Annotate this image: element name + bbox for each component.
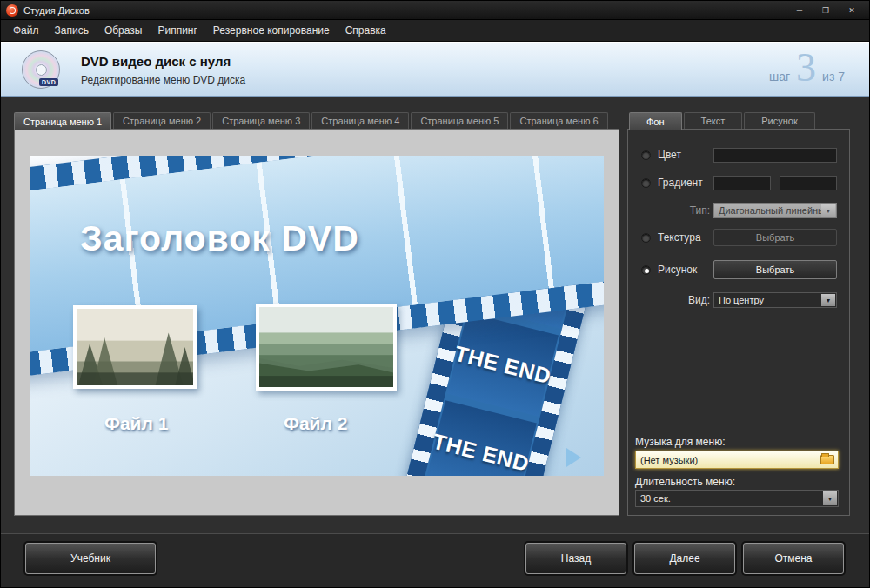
menu-thumbnail-file-1[interactable] [73, 305, 197, 389]
dvd-disc-icon-label: DVD [39, 78, 58, 86]
tab-menu-page-3[interactable]: Страница меню 3 [212, 112, 310, 129]
film-text: THE END [430, 428, 532, 476]
step-prefix: шаг [769, 70, 790, 84]
minimize-icon[interactable]: ─ [787, 3, 812, 17]
texture-choose-button[interactable]: Выбрать [713, 229, 837, 246]
page-title: DVD видео диск с нуля [81, 54, 231, 69]
back-button[interactable]: Назад [525, 543, 626, 574]
page-subtitle: Редактирование меню DVD диска [81, 74, 245, 86]
tab-text[interactable]: Текст [684, 112, 743, 129]
titlebar: Студия Дисков ─ ❐ ✕ [1, 1, 869, 20]
footer-bar: Учебник Назад Далее Отмена [1, 533, 869, 587]
menu-ripping[interactable]: Риппинг [150, 21, 204, 40]
radio-picture-label: Рисунок [658, 264, 697, 276]
radio-gradient[interactable] [641, 178, 651, 188]
dvd-disc-icon: DVD [22, 50, 60, 89]
picture-choose-button[interactable]: Выбрать [713, 260, 837, 279]
menu-music-field [635, 451, 839, 469]
tab-picture[interactable]: Рисунок [744, 112, 815, 129]
tab-menu-page-2[interactable]: Страница меню 2 [113, 112, 211, 129]
background-settings-panel: Цвет Градиент Тип: Диагональный линейный… [627, 129, 850, 516]
dvd-menu-title[interactable]: Заголовок DVD [80, 218, 359, 259]
chevron-down-icon: ▼ [821, 294, 835, 306]
radio-texture[interactable] [641, 233, 651, 243]
cancel-button[interactable]: Отмена [743, 543, 844, 574]
maximize-icon[interactable]: ❐ [813, 3, 838, 17]
film-text: THE END [452, 340, 554, 389]
gradient-color-2-field[interactable] [780, 176, 837, 190]
gradient-color-1-field[interactable] [713, 176, 771, 190]
gradient-type-value: Диагональный линейный [719, 205, 830, 216]
menu-page-tabs: Страница меню 1 Страница меню 2 Страница… [14, 112, 608, 130]
menu-images[interactable]: Образы [97, 21, 151, 40]
style-tabs: Фон Текст Рисунок [629, 112, 815, 130]
radio-color[interactable] [641, 150, 651, 160]
menu-music-input[interactable] [636, 455, 820, 465]
folder-icon[interactable] [820, 455, 834, 464]
radio-picture[interactable] [641, 265, 651, 275]
dvd-menu-preview[interactable]: THE END THE END THE END Заголовок DVD [30, 156, 604, 476]
close-icon[interactable]: ✕ [840, 3, 864, 17]
menu-file[interactable]: Файл [5, 21, 47, 40]
menubar: Файл Запись Образы Риппинг Резервное коп… [1, 20, 869, 42]
menu-button-file-2[interactable]: Файл 2 [284, 413, 347, 434]
chevron-down-icon: ▼ [823, 491, 837, 505]
menu-thumbnail-file-2[interactable] [256, 304, 397, 391]
tab-menu-page-6[interactable]: Страница меню 6 [510, 112, 607, 129]
tab-background[interactable]: Фон [629, 112, 682, 130]
tutorial-button[interactable]: Учебник [25, 543, 156, 574]
menu-music-label: Музыка для меню: [635, 436, 726, 448]
radio-gradient-label: Градиент [658, 177, 703, 189]
app-icon [6, 4, 18, 17]
next-button[interactable]: Далее [634, 543, 735, 574]
menu-burn[interactable]: Запись [47, 21, 97, 40]
step-indicator: шаг 3 из 7 [769, 48, 845, 88]
window-controls: ─ ❐ ✕ [787, 3, 864, 17]
radio-color-label: Цвет [658, 149, 681, 161]
app-window: Студия Дисков ─ ❐ ✕ Файл Запись Образы Р… [0, 0, 870, 588]
play-icon[interactable] [566, 448, 581, 467]
picture-view-dropdown[interactable]: По центру ▼ [713, 292, 837, 308]
gradient-type-dropdown[interactable]: Диагональный линейный ▼ [713, 203, 837, 218]
menu-help[interactable]: Справка [338, 21, 394, 40]
picture-view-label: Вид: [680, 294, 710, 306]
gradient-type-label: Тип: [680, 204, 710, 217]
menu-preview-panel: THE END THE END THE END Заголовок DVD [14, 129, 619, 516]
picture-view-value: По центру [719, 295, 764, 305]
tab-menu-page-5[interactable]: Страница меню 5 [411, 112, 508, 129]
wizard-header: DVD DVD видео диск с нуля Редактирование… [1, 42, 869, 97]
tab-menu-page-1[interactable]: Страница меню 1 [14, 112, 111, 130]
window-title: Студия Дисков [23, 5, 90, 16]
color-swatch-field[interactable] [713, 148, 837, 163]
menu-duration-label: Длительность меню: [635, 476, 735, 488]
tab-menu-page-4[interactable]: Страница меню 4 [311, 112, 409, 129]
step-number: 3 [796, 48, 816, 88]
step-suffix: из 7 [822, 70, 845, 84]
chevron-down-icon: ▼ [821, 204, 835, 217]
menu-duration-value: 30 сек. [640, 493, 671, 504]
menu-duration-dropdown[interactable]: 30 сек. ▼ [635, 490, 839, 507]
radio-texture-label: Текстура [658, 231, 701, 244]
menu-backup[interactable]: Резервное копирование [205, 21, 338, 40]
menu-button-file-1[interactable]: Файл 1 [104, 413, 168, 434]
